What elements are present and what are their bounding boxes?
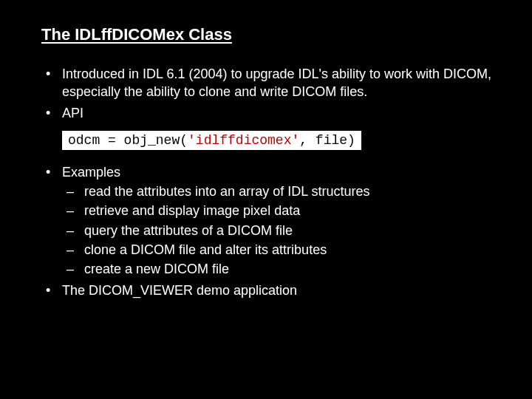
code-line: odcm = obj_new('idlffdicomex', file)	[62, 131, 361, 150]
bullet-api: API	[41, 104, 497, 122]
slide-title: The IDLffDICOMex Class	[41, 25, 497, 44]
bullet-list: Introduced in IDL 6.1 (2004) to upgrade …	[41, 65, 497, 122]
bullet-intro: Introduced in IDL 6.1 (2004) to upgrade …	[41, 65, 497, 101]
code-post: , file)	[299, 133, 355, 148]
sub-item-2: retrieve and display image pixel data	[62, 202, 497, 219]
bullet-examples-text: Examples	[62, 165, 120, 180]
sub-item-5: create a new DICOM file	[62, 260, 497, 278]
examples-sublist: read the attributes into an array of IDL…	[62, 183, 497, 278]
sub-item-1: read the attributes into an array of IDL…	[62, 183, 497, 200]
code-string: 'idlffdicomex'	[188, 133, 299, 148]
bullet-demo-text: The DICOM_VIEWER demo application	[62, 283, 297, 298]
bullet-examples: Examples read the attributes into an arr…	[41, 163, 497, 279]
code-block: odcm = obj_new('idlffdicomex', file)	[62, 131, 497, 150]
bullet-list-2: Examples read the attributes into an arr…	[41, 163, 497, 299]
bullet-api-text: API	[62, 106, 83, 120]
slide: The IDLffDICOMex Class Introduced in IDL…	[0, 0, 532, 323]
sub-item-3: query the attributes of a DICOM file	[62, 222, 497, 239]
bullet-demo: The DICOM_VIEWER demo application	[41, 282, 497, 299]
sub-item-4: clone a DICOM file and alter its attribu…	[62, 241, 497, 259]
code-pre: odcm = obj_new(	[68, 133, 188, 148]
bullet-intro-text: Introduced in IDL 6.1 (2004) to upgrade …	[62, 66, 491, 99]
